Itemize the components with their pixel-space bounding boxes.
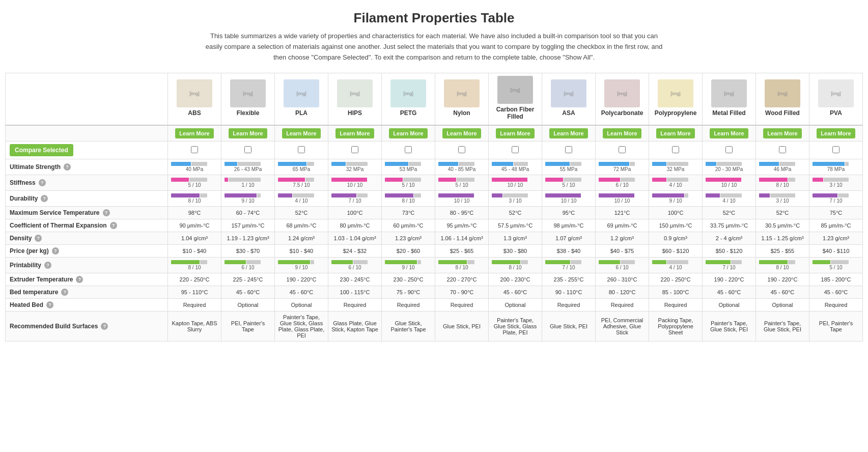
compare-checkbox-abs[interactable] [168, 142, 221, 159]
learn-more-btn-abs[interactable]: Learn More [175, 128, 213, 138]
learn-more-hips[interactable]: Learn More [328, 125, 382, 142]
page-title: Filament Properties Table [0, 0, 868, 31]
checkbox-petg[interactable] [405, 146, 412, 153]
cell-heated_bed-polypropylene: Required [649, 299, 703, 312]
cell-build_surfaces-flexible: PEI, Painter's Tape [221, 312, 275, 342]
checkbox-pva[interactable] [832, 146, 839, 153]
value-thermal_expansion-polycarbonate: 69 μm/m-°C [607, 222, 637, 229]
cell-price-pva: $40 - $110 [809, 245, 863, 258]
help-icon-density[interactable]: ? [35, 235, 42, 242]
value-density-metal-filled: 2 - 4 g/cm³ [716, 235, 743, 241]
checkbox-wood-filled[interactable] [779, 146, 786, 153]
compare-checkbox-nylon[interactable] [435, 142, 489, 159]
checkbox-polycarbonate[interactable] [619, 146, 626, 153]
value-build_surfaces-asa: Glue Stick, PEI [550, 323, 587, 329]
cell-ultimate_strength-flexible: 26 - 43 MPa [221, 159, 275, 175]
value-thermal_expansion-carbon-fiber: 57.5 μm/m-°C [498, 222, 533, 229]
value-extruder_temp-petg: 230 - 250°C [394, 276, 424, 282]
cell-bed_temp-metal-filled: 45 - 60°C [703, 286, 756, 299]
help-icon-heated_bed[interactable]: ? [46, 301, 53, 308]
learn-more-btn-polycarbonate[interactable]: Learn More [603, 128, 641, 138]
compare-checkbox-pla[interactable] [275, 142, 328, 159]
compare-checkbox-flexible[interactable] [221, 142, 275, 159]
learn-more-btn-metal-filled[interactable]: Learn More [710, 128, 748, 138]
checkbox-polypropylene[interactable] [672, 146, 679, 153]
checkbox-carbon-fiber[interactable] [512, 146, 519, 153]
cell-thermal_expansion-polycarbonate: 69 μm/m-°C [596, 219, 649, 232]
learn-more-btn-pla[interactable]: Learn More [282, 128, 320, 138]
value-extruder_temp-wood-filled: 190 - 220°C [768, 276, 798, 282]
help-icon-price[interactable]: ? [52, 247, 59, 255]
checkbox-nylon[interactable] [458, 146, 465, 153]
value-density-carbon-fiber: 1.3 g/cm³ [503, 235, 527, 241]
compare-checkbox-polypropylene[interactable] [649, 142, 703, 159]
learn-more-asa[interactable]: Learn More [542, 125, 596, 142]
learn-more-nylon[interactable]: Learn More [435, 125, 489, 142]
cell-max_service_temp-polypropylene: 100°C [649, 207, 703, 219]
value-max_service_temp-hips: 100°C [347, 210, 363, 216]
learn-more-petg[interactable]: Learn More [382, 125, 435, 142]
compare-checkbox-pva[interactable] [809, 142, 863, 159]
compare-checkbox-asa[interactable] [542, 142, 596, 159]
compare-checkbox-metal-filled[interactable] [703, 142, 756, 159]
help-icon-bed_temp[interactable]: ? [61, 289, 68, 296]
checkbox-flexible[interactable] [244, 146, 251, 153]
checkbox-metal-filled[interactable] [725, 146, 733, 153]
compare-selected-button[interactable]: Compare Selected [10, 144, 73, 156]
checkbox-hips[interactable] [351, 146, 358, 153]
learn-more-wood-filled[interactable]: Learn More [756, 125, 809, 142]
compare-checkbox-carbon-fiber[interactable] [489, 142, 542, 159]
learn-more-polypropylene[interactable]: Learn More [649, 125, 703, 142]
learn-more-abs[interactable]: Learn More [168, 125, 221, 142]
value-bed_temp-pla: 45 - 60°C [290, 289, 314, 295]
help-icon-thermal_expansion[interactable]: ? [110, 222, 117, 229]
material-name-pla: PLA [278, 109, 325, 117]
learn-more-flexible[interactable]: Learn More [221, 125, 275, 142]
cell-durability-pva: 7 / 10 [809, 191, 863, 207]
cell-density-polypropylene: 0.9 g/cm³ [649, 232, 703, 245]
help-icon-printability[interactable]: ? [44, 262, 51, 269]
help-icon-build_surfaces[interactable]: ? [101, 323, 108, 330]
cell-durability-polycarbonate: 10 / 10 [596, 191, 649, 207]
help-icon-max_service_temp[interactable]: ? [103, 209, 110, 216]
checkbox-pla[interactable] [298, 146, 305, 153]
learn-more-pva[interactable]: Learn More [809, 125, 863, 142]
header-pva: [img] PVA [809, 73, 863, 126]
cell-stiffness-pla: 7.5 / 10 [275, 175, 328, 191]
value-bed_temp-abs: 95 - 110°C [181, 289, 208, 295]
help-icon-ultimate_strength[interactable]: ? [64, 163, 71, 171]
learn-more-pla[interactable]: Learn More [275, 125, 328, 142]
compare-checkbox-hips[interactable] [328, 142, 382, 159]
learn-more-btn-flexible[interactable]: Learn More [229, 128, 267, 138]
row-header-build_surfaces: Recommended Build Surfaces? [6, 312, 168, 342]
cell-ultimate_strength-polycarbonate: 72 MPa [596, 159, 649, 175]
learn-more-btn-carbon-fiber[interactable]: Learn More [496, 128, 534, 138]
cell-ultimate_strength-abs: 40 MPa [168, 159, 221, 175]
learn-more-btn-polypropylene[interactable]: Learn More [656, 128, 694, 138]
learn-more-carbon-fiber[interactable]: Learn More [489, 125, 542, 142]
value-extruder_temp-polycarbonate: 260 - 310°C [607, 276, 637, 282]
cell-density-petg: 1.23 g/cm³ [382, 232, 435, 245]
learn-more-btn-pva[interactable]: Learn More [817, 128, 855, 138]
checkbox-abs[interactable] [191, 146, 198, 153]
compare-checkbox-polycarbonate[interactable] [596, 142, 649, 159]
row-header-extruder_temp: Extruder Temperature? [6, 273, 168, 286]
learn-more-btn-asa[interactable]: Learn More [549, 128, 587, 138]
learn-more-btn-nylon[interactable]: Learn More [442, 128, 481, 138]
help-icon-durability[interactable]: ? [41, 195, 48, 202]
help-icon-extruder_temp[interactable]: ? [76, 276, 83, 283]
learn-more-polycarbonate[interactable]: Learn More [596, 125, 649, 142]
learn-more-metal-filled[interactable]: Learn More [703, 125, 756, 142]
learn-more-btn-petg[interactable]: Learn More [389, 128, 427, 138]
row-ultimate_strength: Ultimate Strength? 40 MPa 26 - 43 MPa 65… [6, 159, 863, 175]
compare-checkbox-wood-filled[interactable] [756, 142, 809, 159]
checkbox-asa[interactable] [565, 146, 572, 153]
cell-density-pla: 1.24 g/cm³ [275, 232, 328, 245]
learn-more-btn-hips[interactable]: Learn More [335, 128, 374, 138]
compare-cell[interactable]: Compare Selected [6, 142, 168, 159]
value-density-wood-filled: 1.15 - 1.25 g/cm³ [761, 235, 803, 241]
cell-density-polycarbonate: 1.2 g/cm³ [596, 232, 649, 245]
learn-more-btn-wood-filled[interactable]: Learn More [763, 128, 801, 138]
help-icon-stiffness[interactable]: ? [39, 179, 46, 186]
compare-checkbox-petg[interactable] [382, 142, 435, 159]
